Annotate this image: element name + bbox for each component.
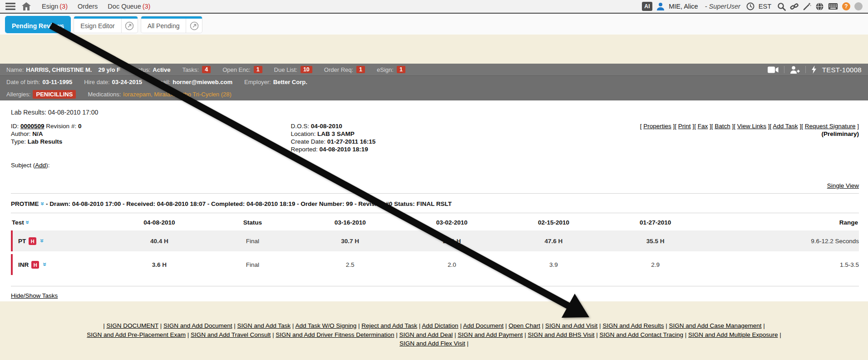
help-icon[interactable]: ? [842,2,850,10]
single-view-link[interactable]: Single View [827,182,859,189]
doc-action-request-signature[interactable]: Request Signature [805,123,856,130]
patient-name-group[interactable]: Name: HARRIS, CHRISTINE M. 29 y/o F [6,66,120,73]
subject-add-link[interactable]: Add [35,162,46,169]
stat-badge-tasks[interactable]: 4 [202,66,211,73]
stat-open-enc: Open Enc:1 [222,66,262,73]
doc-action-print[interactable]: Print [678,123,691,130]
footer-link-sign-and-add-case-management[interactable]: SIGN and Add Case Management [669,322,761,329]
external-link-icon[interactable] [186,19,202,33]
footer-link-sign-and-add-deal[interactable]: SIGN and Add Deal [399,331,453,338]
stat-badge-due-list[interactable]: 10 [301,66,312,73]
footer-link-sign-and-add-travel-consult[interactable]: SIGN and Add Travel Consult [191,331,271,338]
allergies-label: Allergies: [6,91,30,98]
stat-due-list: Due List:10 [274,66,312,73]
hamburger-menu-icon[interactable] [5,3,15,10]
footer-link-add-task-w-o-signing[interactable]: Add Task W/O Signing [295,322,356,329]
nav-item-doc-queue[interactable]: Doc Queue(3) [108,3,150,10]
top-navigation-bar: Esign(3)OrdersDoc Queue(3) AI MIE, Alice… [0,0,868,14]
tab-esign-editor[interactable]: Esign Editor [74,16,137,33]
hide-show-tasks-link[interactable]: Hide/Show Tasks [11,292,58,299]
result-value-cell: 3.9 [503,254,604,275]
footer-link-sign-and-add-results[interactable]: SIGN and Add Results [602,322,664,329]
footer-link-add-dictation[interactable]: Add Dictation [422,322,458,329]
footer-link-sign-and-add-driver-fitness-determination[interactable]: SIGN and Add Driver Fitness Determinatio… [276,331,394,338]
link-icon[interactable] [790,2,799,11]
doc-action-properties[interactable]: Properties [643,123,671,130]
footer-link-sign-and-add-contact-tracing[interactable]: SIGN and Add Contact Tracing [599,331,683,338]
external-link-icon[interactable] [121,19,138,33]
stat-badge-open-enc[interactable]: 1 [254,66,262,73]
doc-action-add-task[interactable]: Add Task [773,123,798,130]
reported-label: Reported: [291,146,317,153]
doc-action-view-links[interactable]: View Links [737,123,766,130]
medication-link-lorazepam[interactable]: lorazepam [123,91,151,98]
footer-link-sign-and-add-visit[interactable]: SIGN and Add Visit [545,322,597,329]
footer-link-add-document[interactable]: Add Document [463,322,503,329]
wand-icon[interactable] [803,2,811,11]
reported-value: 04-08-2010 18:19 [320,146,368,153]
document-title: Lab Results: 04-08-2010 17:00 [11,109,859,116]
footer-link-sign-and-add-document[interactable]: SIGN and Add Document [163,322,232,329]
lightning-icon[interactable] [811,65,817,74]
document-id-link[interactable]: 0000509 [20,123,44,130]
nav-item-esign[interactable]: Esign(3) [42,3,68,10]
high-flag-badge[interactable]: H [29,237,36,245]
test-name-cell: PTH« [11,230,113,251]
chevron-down-icon[interactable]: « [38,202,45,205]
email-value: horner@mieweb.com [173,79,232,85]
timezone-label: EST [759,3,771,10]
stat-badge-order-req[interactable]: 1 [356,66,365,73]
footer-link-sign-and-add-flex-visit[interactable]: SIGN and Add Flex Visit [399,340,465,347]
preliminary-status: (Preliminary) [571,130,859,137]
medication-link-ortho-tri-cyclen-28[interactable]: Ortho Tri-Cyclen (28) [176,91,231,98]
footer-link-reject-and-add-task[interactable]: Reject and Add Task [361,322,417,329]
globe-icon[interactable] [815,2,824,11]
footer-link-sign-and-add-pre-placement-exam[interactable]: SIGN and Add Pre-Placement Exam [87,331,186,338]
stat-badge-esign[interactable]: 1 [397,66,405,73]
avatar[interactable] [854,2,863,10]
name-label: Name: [6,66,24,73]
video-camera-icon[interactable] [768,66,779,73]
search-icon[interactable] [777,2,786,11]
chart-id[interactable]: TEST-10008 [822,66,862,74]
tab-pending-reviews[interactable]: Pending Reviews [5,16,70,33]
result-value-cell: 2.9 [605,254,706,275]
ai-badge[interactable]: AI [642,2,652,11]
stat-order-req: Order Req:1 [324,66,365,73]
document-action-links: [ Properties ][ Print ][ Fax ][ Batch ][… [571,123,859,130]
home-icon[interactable] [22,2,31,10]
footer-link-sign-and-add-payment[interactable]: SIGN and Add Payment [458,331,523,338]
revision-value: 0 [78,123,82,130]
footer-link-open-chart[interactable]: Open Chart [508,322,540,329]
add-person-icon[interactable] [790,66,800,74]
author-value: N/A [32,130,43,137]
sort-chevron-icon[interactable]: « [23,220,30,224]
column-header-test: Test« [11,217,113,228]
clock-icon[interactable] [746,2,755,10]
expand-chevron-icon[interactable]: « [40,262,48,266]
user-name[interactable]: MIE, Alice [669,3,698,10]
footer-link-row: SIGN and Add Flex Visit | [0,339,868,348]
footer-link-sign-and-add-bhs-visit[interactable]: SIGN and Add BHS Visit [528,331,595,338]
divider [11,286,859,286]
footer-link-sign-and-add-task[interactable]: SIGN and Add Task [237,322,291,329]
divider [805,66,806,73]
keyboard-icon[interactable] [828,3,838,10]
column-header-status: Status [206,217,299,228]
nav-item-orders[interactable]: Orders [78,3,98,10]
doc-action-fax[interactable]: Fax [698,123,708,130]
medication-link-miralax[interactable]: Miralax [154,91,173,98]
expand-chevron-icon[interactable]: « [37,239,45,242]
footer-link-sign-and-add-multiple-exposure[interactable]: SIGN and Add Multiple Exposure [688,331,778,338]
tab-all-pending[interactable]: All Pending [141,16,202,33]
medications-list: lorazepam, Miralax, Ortho Tri-Cyclen (28… [123,91,231,98]
footer-link-sign-document[interactable]: SIGN DOCUMENT [106,322,158,329]
result-value-cell: 40.4 H [113,230,206,251]
allergy-penicillins-badge[interactable]: PENICILLINS [33,90,76,99]
doc-action-batch[interactable]: Batch [715,123,730,130]
dob-value: 03-11-1995 [42,79,72,85]
high-flag-badge[interactable]: H [31,261,39,269]
dob-label: Date of birth: [6,79,40,85]
footer-action-links: | SIGN DOCUMENT | SIGN and Add Document … [0,301,868,360]
employer-label: Employer: [244,79,271,85]
